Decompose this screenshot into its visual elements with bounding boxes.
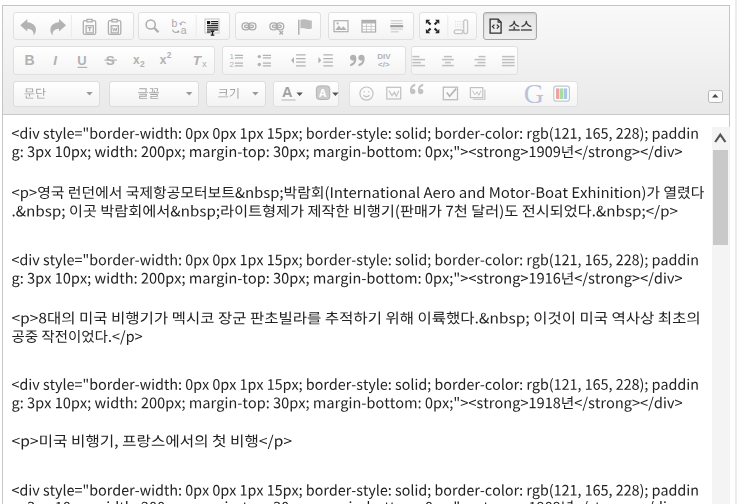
svg-text:A: A — [282, 84, 293, 100]
svg-text:b: b — [171, 17, 177, 29]
svg-text:B: B — [25, 52, 35, 68]
svg-text:2: 2 — [167, 50, 172, 60]
svg-text:x: x — [133, 53, 140, 67]
svg-text:2: 2 — [140, 59, 145, 69]
svg-text:A: A — [319, 87, 327, 99]
svg-text:a: a — [181, 24, 187, 36]
svg-text:U: U — [77, 53, 86, 68]
svg-text:x: x — [160, 53, 167, 67]
svg-text:2: 2 — [229, 60, 234, 69]
svg-text:</>: </> — [378, 60, 390, 69]
svg-text:G: G — [524, 78, 544, 109]
svg-text:x: x — [202, 58, 207, 69]
svg-text:I: I — [53, 53, 57, 68]
